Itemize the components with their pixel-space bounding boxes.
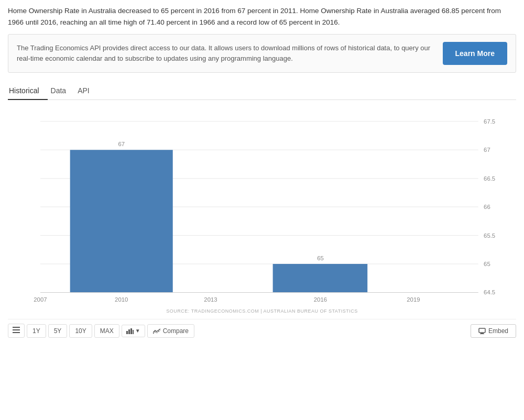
svg-text:67.5: 67.5 [484, 118, 495, 125]
svg-text:2010: 2010 [115, 296, 128, 303]
svg-rect-22 [13, 327, 20, 328]
svg-rect-25 [126, 331, 128, 334]
svg-rect-31 [480, 334, 484, 334]
bar-2011 [70, 150, 173, 292]
api-banner: The Trading Economics API provides direc… [8, 34, 516, 73]
svg-rect-29 [479, 328, 485, 333]
api-banner-text: The Trading Economics API provides direc… [17, 43, 432, 64]
bar-chart: 67.5 67 66.5 66 65.5 65 64.5 67 65 2007 … [8, 105, 516, 304]
10y-button[interactable]: 10Y [69, 324, 92, 338]
5y-button[interactable]: 5Y [48, 324, 68, 338]
bar-2016 [273, 264, 368, 292]
svg-rect-26 [128, 329, 130, 334]
svg-rect-27 [130, 328, 132, 334]
svg-text:2007: 2007 [34, 296, 47, 303]
svg-rect-23 [13, 329, 20, 330]
tab-historical[interactable]: Historical [8, 82, 48, 100]
description-text: Home Ownership Rate in Australia decreas… [8, 5, 516, 28]
list-icon-button[interactable] [8, 324, 25, 338]
chart-toolbar: 1Y 5Y 10Y MAX ▼ Compare Embed [8, 319, 516, 338]
compare-button[interactable]: Compare [147, 324, 194, 338]
svg-text:66.5: 66.5 [484, 175, 495, 182]
svg-text:2013: 2013 [204, 296, 217, 303]
svg-text:67: 67 [118, 141, 125, 147]
embed-label: Embed [488, 327, 508, 335]
learn-more-button[interactable]: Learn More [443, 42, 507, 65]
compare-label: Compare [163, 327, 189, 335]
chart-type-button[interactable]: ▼ [122, 325, 145, 337]
svg-text:2016: 2016 [314, 296, 327, 303]
source-text: SOURCE: TRADINGECONOMICS.COM | AUSTRALIA… [8, 308, 516, 314]
svg-text:65.5: 65.5 [484, 233, 495, 239]
svg-text:2019: 2019 [407, 296, 420, 303]
tab-api[interactable]: API [74, 82, 98, 100]
svg-rect-28 [133, 330, 134, 334]
max-button[interactable]: MAX [94, 324, 119, 338]
embed-button[interactable]: Embed [471, 324, 516, 338]
svg-rect-24 [13, 332, 20, 333]
svg-text:65: 65 [317, 255, 324, 261]
svg-text:64.5: 64.5 [484, 290, 495, 296]
svg-text:65: 65 [484, 261, 490, 267]
svg-text:66: 66 [484, 204, 490, 210]
tab-bar: Historical Data API [8, 82, 516, 100]
1y-button[interactable]: 1Y [27, 324, 46, 338]
svg-text:67: 67 [484, 147, 490, 153]
tab-data[interactable]: Data [48, 82, 75, 100]
chart-area: 67.5 67 66.5 66 65.5 65 64.5 67 65 2007 … [8, 105, 516, 304]
